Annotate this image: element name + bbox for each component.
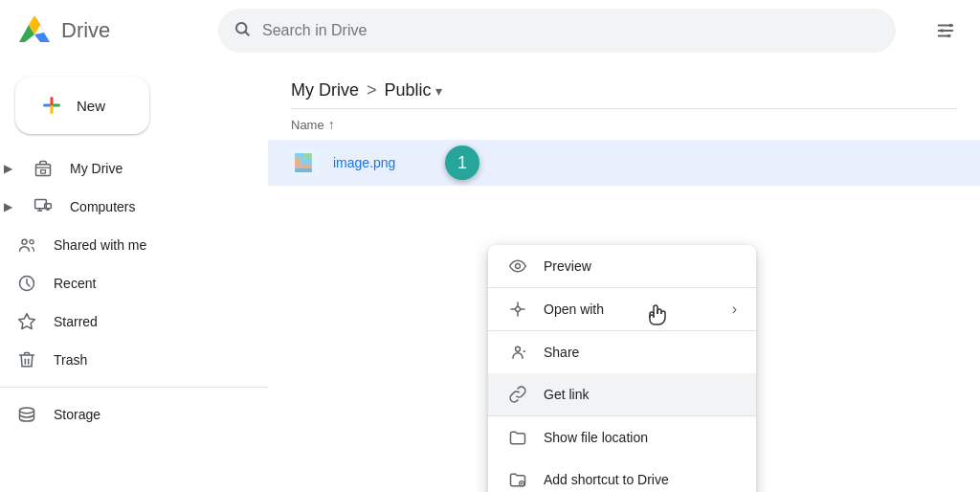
app-title: Drive <box>61 18 110 43</box>
sidebar-item-trash-label: Trash <box>54 352 87 368</box>
search-input[interactable] <box>262 22 880 39</box>
new-button[interactable]: New <box>15 77 149 134</box>
svg-rect-14 <box>41 170 46 173</box>
name-column-header[interactable]: Name ↑ <box>291 117 335 132</box>
context-menu-add-shortcut-label: Add shortcut to Drive <box>544 472 737 487</box>
context-menu-item-get-link[interactable]: Get link <box>488 373 756 415</box>
sidebar-item-shared-with-me[interactable]: Shared with me <box>0 226 256 264</box>
search-bar[interactable] <box>218 9 896 53</box>
starred-icon <box>15 312 38 331</box>
arrow-icon: ▶ <box>4 162 12 175</box>
sidebar-item-recent-label: Recent <box>54 276 96 291</box>
sidebar-divider <box>0 387 268 388</box>
sidebar-item-computers-label: Computers <box>70 199 135 214</box>
computers-icon <box>32 197 55 216</box>
sidebar-item-trash[interactable]: Trash <box>0 341 256 379</box>
context-menu-preview-label: Preview <box>544 258 737 274</box>
svg-point-35 <box>516 347 521 351</box>
svg-point-11 <box>941 29 945 33</box>
svg-point-10 <box>949 24 953 28</box>
file-row[interactable]: image.png Preview <box>268 140 980 186</box>
svg-point-17 <box>22 239 27 244</box>
svg-rect-26 <box>301 159 312 165</box>
file-icon-svg <box>293 149 320 176</box>
sidebar-item-storage-label: Storage <box>54 407 100 422</box>
name-column-label: Name <box>291 118 324 132</box>
content-area: My Drive > Public ▾ Name ↑ <box>268 61 980 492</box>
storage-icon <box>15 405 38 424</box>
topbar: Drive <box>0 0 980 61</box>
topbar-right <box>907 11 965 50</box>
sidebar-item-starred-label: Starred <box>54 314 98 329</box>
search-icon <box>234 20 251 42</box>
context-menu-open-with-label: Open with <box>544 302 717 317</box>
svg-line-6 <box>245 32 248 34</box>
svg-rect-28 <box>295 168 312 172</box>
breadcrumb-separator: > <box>367 80 377 101</box>
svg-point-18 <box>30 240 33 244</box>
recent-icon <box>15 274 38 293</box>
share-icon <box>507 342 528 363</box>
step-badge: 1 <box>445 145 479 180</box>
sidebar-item-my-drive-label: My Drive <box>70 161 122 176</box>
svg-rect-27 <box>295 165 312 168</box>
context-menu-item-open-with[interactable]: Open with › <box>488 288 756 330</box>
svg-point-21 <box>20 408 34 414</box>
sidebar-item-computers[interactable]: ▶ Computers <box>0 188 256 226</box>
sidebar-item-recent[interactable]: Recent <box>0 264 256 302</box>
preview-icon <box>507 256 528 277</box>
svg-marker-20 <box>19 314 35 329</box>
svg-point-12 <box>947 34 951 38</box>
svg-rect-25 <box>295 159 301 165</box>
new-button-label: New <box>77 98 105 114</box>
svg-point-29 <box>516 264 521 269</box>
breadcrumb-current-label: Public <box>385 80 432 101</box>
context-menu-item-share[interactable]: Share <box>488 331 756 373</box>
svg-rect-24 <box>304 153 312 159</box>
shortcut-icon <box>507 469 528 490</box>
context-menu-share-label: Share <box>544 345 737 360</box>
main-layout: New ▶ My Drive ▶ <box>0 61 980 492</box>
svg-rect-23 <box>295 153 304 159</box>
logo-area: Drive <box>15 11 207 50</box>
sidebar-item-shared-label: Shared with me <box>54 237 146 253</box>
sidebar: New ▶ My Drive ▶ <box>0 61 268 492</box>
breadcrumb: My Drive > Public ▾ <box>268 61 980 108</box>
sidebar-item-storage[interactable]: Storage <box>0 395 256 434</box>
open-with-icon <box>507 299 528 320</box>
breadcrumb-current[interactable]: Public ▾ <box>385 80 442 101</box>
link-icon <box>507 384 528 405</box>
breadcrumb-chevron-icon: ▾ <box>435 83 442 99</box>
svg-point-30 <box>516 307 521 312</box>
context-menu-show-location-label: Show file location <box>544 430 737 445</box>
computers-arrow-icon: ▶ <box>4 200 12 213</box>
context-menu-item-show-location[interactable]: Show file location <box>488 416 756 458</box>
file-list-header: Name ↑ <box>268 109 980 140</box>
svg-marker-2 <box>34 33 50 42</box>
sidebar-item-my-drive[interactable]: ▶ My Drive <box>0 149 256 188</box>
open-with-arrow-icon: › <box>732 301 737 318</box>
breadcrumb-root[interactable]: My Drive <box>291 80 359 101</box>
new-button-icon <box>38 92 65 119</box>
context-menu-get-link-label: Get link <box>544 387 737 402</box>
file-icon <box>291 147 322 178</box>
settings-icon-button[interactable] <box>926 11 965 50</box>
context-menu-item-preview[interactable]: Preview <box>488 245 756 287</box>
context-menu-item-add-shortcut[interactable]: Add shortcut to Drive <box>488 458 756 492</box>
context-menu: Preview Open with › <box>488 245 756 492</box>
sidebar-item-starred[interactable]: Starred <box>0 302 256 341</box>
step-badge-number: 1 <box>457 153 467 173</box>
my-drive-icon <box>32 159 55 178</box>
trash-icon <box>15 350 38 369</box>
drive-logo-icon <box>15 11 54 50</box>
shared-icon <box>15 235 38 255</box>
folder-icon <box>507 427 528 448</box>
file-name: image.png <box>333 155 395 170</box>
sort-arrow-icon: ↑ <box>328 117 335 132</box>
